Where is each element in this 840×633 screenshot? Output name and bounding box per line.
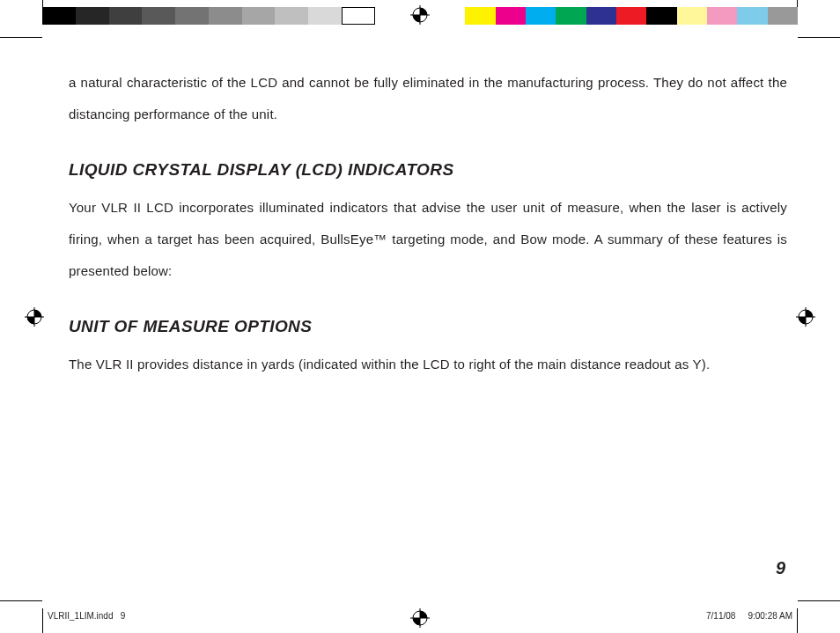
color-swatch [646,7,676,25]
crop-mark [797,608,798,633]
color-swatch [465,7,495,25]
color-swatch [556,7,586,25]
section-body-lcd-indicators: Your VLR II LCD incorporates illuminated… [69,192,787,287]
crop-mark [0,600,42,601]
color-swatch [677,7,707,25]
crop-mark [798,37,840,38]
footer-filename: VLRII_1LIM.indd [48,611,114,621]
registration-mark-icon [410,5,430,25]
crop-mark [798,600,840,601]
color-swatch [209,7,242,25]
color-swatch [586,7,616,25]
footer-datetime: 7/11/08 9:00:28 AM [706,611,792,621]
color-swatch [76,7,109,25]
footer-date: 7/11/08 [706,611,735,621]
crop-mark [42,0,43,7]
color-swatch [496,7,526,25]
print-page: a natural characteristic of the LCD and … [0,0,840,633]
print-footer: VLRII_1LIM.indd 9 7/11/08 9:00:28 AM [48,611,792,621]
section-heading-lcd-indicators: LIQUID CRYSTAL DISPLAY (LCD) INDICATORS [69,160,787,180]
color-swatch [616,7,646,25]
footer-page: 9 [121,611,126,621]
color-swatch [342,7,375,25]
intro-continuation-text: a natural characteristic of the LCD and … [69,67,787,130]
crop-mark [797,0,798,7]
registration-mark-icon [25,307,44,327]
color-swatch [707,7,737,25]
color-swatch [175,7,209,25]
color-swatch [768,7,798,25]
crop-mark [42,608,43,633]
color-swatch [242,7,276,25]
color-swatch [308,7,342,25]
color-swatch [737,7,767,25]
color-swatch [42,7,76,25]
section-heading-unit-of-measure: UNIT OF MEASURE OPTIONS [69,317,787,336]
footer-time: 9:00:28 AM [748,611,792,621]
page-content: a natural characteristic of the LCD and … [69,67,787,571]
page-number: 9 [776,558,785,578]
registration-mark-icon [796,307,815,327]
footer-file: VLRII_1LIM.indd 9 [48,611,125,621]
color-swatch [526,7,556,25]
color-swatch [109,7,143,25]
color-swatch [275,7,308,25]
section-body-unit-of-measure: The VLR II provides distance in yards (i… [69,349,787,380]
crop-mark [0,37,42,38]
color-swatch [142,7,175,25]
